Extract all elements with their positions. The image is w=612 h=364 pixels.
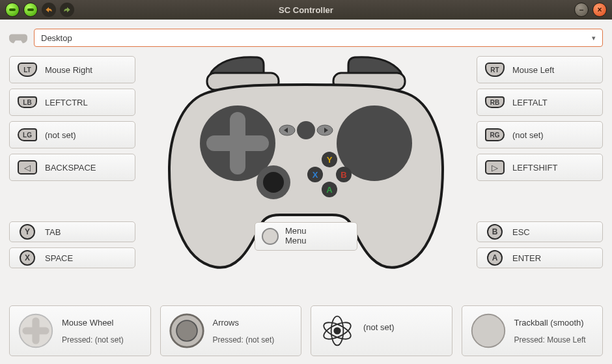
- binding-start[interactable]: ▷ LEFTSHIFT: [477, 154, 603, 181]
- binding-start-label: LEFTSHIFT: [512, 163, 557, 173]
- binding-x[interactable]: X SPACE: [9, 247, 135, 268]
- start-icon: ▷: [484, 160, 506, 175]
- b-icon: B: [484, 224, 506, 240]
- binding-lg-label: (not set): [45, 130, 76, 140]
- svg-point-12: [263, 172, 284, 193]
- binding-left-pad[interactable]: Mouse Wheel Pressed: (not set): [9, 305, 151, 356]
- svg-point-29: [333, 327, 341, 334]
- steam-button-icon: [262, 228, 279, 245]
- binding-center-labels: Menu Menu: [285, 227, 307, 246]
- svg-text:A: A: [326, 185, 333, 195]
- binding-lb[interactable]: LB LEFTCTRL: [9, 89, 135, 116]
- right-pad-icon: [470, 313, 507, 349]
- binding-b[interactable]: B ESC: [477, 221, 603, 242]
- svg-point-25: [176, 320, 197, 341]
- binding-lt[interactable]: LT Mouse Right: [9, 56, 135, 83]
- rt-icon: RT: [484, 62, 506, 77]
- y-icon: Y: [16, 224, 38, 240]
- emulation-toggle-1[interactable]: [5, 3, 20, 17]
- left-pad-label: Mouse Wheel: [62, 318, 124, 328]
- lg-icon: LG: [16, 127, 38, 143]
- back-icon: ◁: [16, 160, 38, 175]
- bottom-row: Mouse Wheel Pressed: (not set) Arrows Pr…: [9, 305, 603, 356]
- stick-icon: [169, 313, 205, 349]
- close-button[interactable]: ×: [592, 3, 607, 17]
- window-title: SC Controller: [0, 5, 612, 15]
- binding-y-label: TAB: [45, 227, 61, 237]
- a-icon: A: [484, 250, 506, 266]
- lt-icon: LT: [16, 62, 38, 77]
- svg-rect-23: [22, 327, 49, 334]
- profile-name: Desktop: [41, 33, 72, 43]
- minimize-button[interactable]: –: [574, 3, 589, 17]
- rb-icon: RB: [484, 94, 506, 110]
- controller-area: Y X B A Menu Menu: [139, 56, 473, 301]
- profile-select[interactable]: Desktop: [34, 29, 603, 47]
- redo-button[interactable]: [60, 3, 74, 17]
- emulation-toggle-2[interactable]: [23, 3, 38, 17]
- binding-center[interactable]: Menu Menu: [255, 222, 357, 251]
- titlebar: SC Controller – ×: [0, 0, 612, 20]
- lb-icon: LB: [16, 94, 38, 110]
- svg-rect-4: [206, 135, 269, 151]
- svg-text:Y: Y: [327, 155, 333, 165]
- left-bindings: LT Mouse Right LB LEFTCTRL LG (not set) …: [9, 56, 139, 301]
- x-icon: X: [16, 250, 38, 266]
- middle-row: LT Mouse Right LB LEFTCTRL LG (not set) …: [9, 56, 603, 301]
- binding-lg[interactable]: LG (not set): [9, 121, 135, 148]
- gyro-label: (not set): [363, 322, 395, 332]
- binding-gyro[interactable]: (not set): [311, 305, 452, 356]
- profile-row: Desktop: [9, 29, 603, 47]
- stick-label: Arrows: [213, 318, 275, 328]
- right-pad-sub: Pressed: Mouse Left: [514, 335, 586, 344]
- binding-a-label: ENTER: [512, 253, 541, 263]
- rg-icon: RG: [484, 127, 506, 143]
- svg-point-30: [471, 315, 504, 347]
- binding-rt[interactable]: RT Mouse Left: [477, 56, 603, 83]
- left-pad-sub: Pressed: (not set): [62, 335, 124, 344]
- binding-rg[interactable]: RG (not set): [477, 121, 603, 148]
- svg-point-6: [297, 121, 315, 139]
- binding-rg-label: (not set): [512, 130, 544, 140]
- binding-stick[interactable]: Arrows Pressed: (not set): [160, 305, 302, 356]
- binding-rb[interactable]: RB LEFTALT: [477, 89, 603, 116]
- binding-back-label: BACKSPACE: [45, 163, 96, 173]
- binding-lt-label: Mouse Right: [45, 65, 92, 75]
- binding-y[interactable]: Y TAB: [9, 221, 135, 242]
- binding-right-pad[interactable]: Trackball (smooth) Pressed: Mouse Left: [462, 305, 604, 356]
- binding-lb-label: LEFTCTRL: [45, 98, 88, 107]
- content-area: Desktop LT Mouse Right LB LEFTCTRL LG (n…: [0, 20, 612, 364]
- binding-rb-label: LEFTALT: [512, 98, 548, 107]
- right-pad-label: Trackball (smooth): [514, 318, 586, 328]
- binding-b-label: ESC: [512, 227, 530, 237]
- binding-x-label: SPACE: [45, 253, 73, 263]
- binding-back[interactable]: ◁ BACKSPACE: [9, 154, 135, 181]
- binding-rt-label: Mouse Left: [512, 65, 554, 75]
- stick-sub: Pressed: (not set): [213, 335, 275, 344]
- right-bindings: RT Mouse Left RB LEFTALT RG (not set) ▷ …: [473, 56, 603, 301]
- left-pad-icon: [18, 313, 54, 349]
- svg-text:X: X: [313, 170, 318, 180]
- undo-button[interactable]: [42, 3, 56, 17]
- gyro-icon: [319, 313, 355, 349]
- binding-a[interactable]: A ENTER: [477, 247, 603, 268]
- svg-text:B: B: [341, 170, 346, 180]
- controller-glyph-icon: [9, 32, 27, 44]
